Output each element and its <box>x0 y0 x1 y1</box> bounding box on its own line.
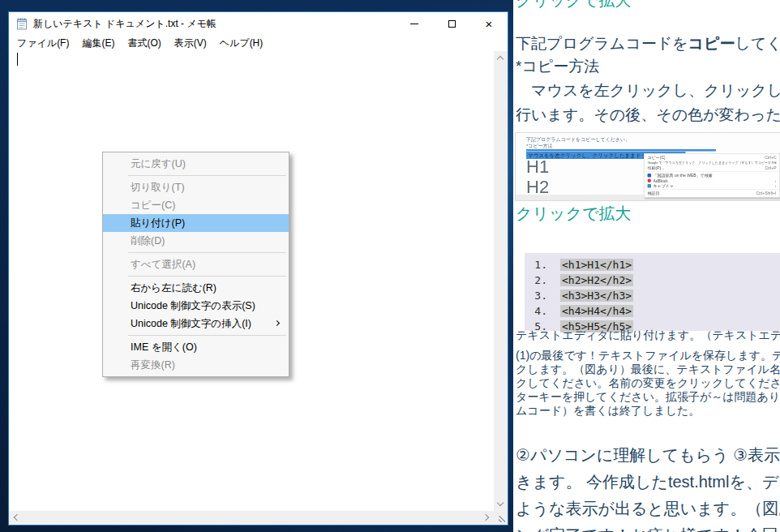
scroll-right-icon[interactable] <box>482 514 489 521</box>
zoom-link[interactable]: クリックで拡大 <box>516 203 631 225</box>
close-icon: × <box>486 18 493 30</box>
bold-copy-word: コピー <box>688 35 735 52</box>
code-line: 3.<h3>H3</h3> <box>529 288 780 303</box>
ctx-item-insert-unicode-controls[interactable]: Unicode 制御文字の挿入(I) <box>103 315 289 332</box>
ctx-separator <box>128 175 286 176</box>
adblock-icon <box>648 179 652 183</box>
minimize-button[interactable] <box>396 12 433 35</box>
minimize-icon <box>410 24 418 24</box>
screenshot-thumbnail[interactable]: 下記プログラムコードをコピーしてください。 *コピー方法 マウスをを左クリックし… <box>515 132 780 201</box>
thumb-menu-separator <box>645 172 780 173</box>
text-caret <box>17 53 18 66</box>
paragraph-test-html: ②パソコンに理解してもらう ③表示が出 きます。 今作成したtest.htmlを… <box>516 442 780 532</box>
browser-content-pane: クリックで拡大 下記プログラムコードをコピーしてくださ *コピー方法 マウスを左… <box>513 0 780 532</box>
ctx-separator <box>128 276 286 277</box>
capture-icon <box>648 184 652 188</box>
ctx-item-copy[interactable]: コピー(C) <box>103 196 289 214</box>
maximize-button[interactable] <box>433 12 470 35</box>
code-block[interactable]: 1.<h1>H1</h1> 2.<h2>H2</h2> 3.<h3>H3</h3… <box>525 253 780 331</box>
thumb-h1: H1 <box>526 157 549 177</box>
ctx-item-undo[interactable]: 元に戻す(U) <box>103 155 289 173</box>
menubar: ファイル(F) 編集(E) 書式(O) 表示(V) ヘルプ(H) <box>9 35 508 51</box>
paragraph-color-range: 行います。その後、その色が変わった範囲 <box>516 105 780 126</box>
scroll-left-icon[interactable] <box>14 514 20 521</box>
vertical-scrollbar[interactable] <box>494 51 508 511</box>
paragraph-copy-method: *コピー方法 <box>516 56 599 77</box>
notepad-icon <box>15 17 28 30</box>
notepad-window: 新しいテキスト ドキュメント.txt - メモ帳 × ファイル(F) 編集(E)… <box>8 11 508 526</box>
menu-file[interactable]: ファイル(F) <box>11 36 75 50</box>
scroll-down-icon[interactable] <box>497 500 504 506</box>
window-title: 新しいテキスト ドキュメント.txt - メモ帳 <box>33 17 216 31</box>
menu-format[interactable]: 書式(O) <box>121 36 167 50</box>
ctx-item-reconvert[interactable]: 再変換(R) <box>103 356 289 374</box>
paragraph-paste-editor: テキストエディタに貼り付けます。（テキストエデ <box>516 328 780 343</box>
menu-edit[interactable]: 編集(E) <box>75 36 121 50</box>
scroll-up-icon[interactable] <box>497 56 504 62</box>
grip-dots-icon <box>499 516 505 522</box>
close-button[interactable]: × <box>470 12 508 35</box>
maximize-icon <box>448 20 456 28</box>
ctx-item-show-unicode-controls[interactable]: Unicode 制御文字の表示(S) <box>103 297 289 315</box>
code-line: 1.<h1>H1</h1> <box>529 257 780 272</box>
ctx-separator <box>128 335 286 336</box>
menu-view[interactable]: 表示(V) <box>168 36 213 50</box>
ctx-item-rtl-reading[interactable]: 右から左に読む(R) <box>103 279 289 297</box>
menu-help[interactable]: ヘルプ(H) <box>213 36 270 50</box>
resize-grip[interactable] <box>494 511 508 525</box>
zoom-link-top-cut[interactable]: クリックで拡大 <box>516 0 631 11</box>
submenu-arrow-icon <box>274 320 280 326</box>
edit-context-menu: 元に戻す(U) 切り取り(T) コピー(C) 貼り付け(P) 削除(D) すべて… <box>102 152 289 377</box>
ctx-item-delete[interactable]: 削除(D) <box>103 232 289 250</box>
ctx-item-paste[interactable]: 貼り付け(P) <box>103 214 289 232</box>
paragraph-save-file: (1)の最後です！テキストファイルを保存します。テ クします。（図あり）最後に、… <box>516 349 780 418</box>
thumb-menu-capture: キャプチャ › <box>645 183 780 189</box>
thumb-menu-print: 印刷(P)... Ctrl+P <box>645 165 780 171</box>
paragraph-mouse-drag: マウスを左クリックし、クリックしたま <box>516 80 780 101</box>
titlebar[interactable]: 新しいテキスト ドキュメント.txt - メモ帳 × <box>9 12 508 35</box>
ctx-separator <box>128 252 286 253</box>
dictionary-icon <box>648 174 652 178</box>
thumb-menu-inspect: 検証(I) Ctrl+Shift+I <box>645 191 780 196</box>
horizontal-scrollbar[interactable] <box>9 511 494 525</box>
thumb-menu-separator <box>645 190 780 191</box>
thumb-context-menu: コピー(C) Ctrl+C Google で「マウスを左クリック、クリックしたま… <box>644 153 780 198</box>
code-line: 2.<h2>H2</h2> <box>529 272 780 288</box>
paragraph-copy-instruction: 下記プログラムコードをコピーしてくださ <box>516 33 780 54</box>
ctx-item-open-ime[interactable]: IME を開く(O) <box>103 338 289 356</box>
ctx-item-cut[interactable]: 切り取り(T) <box>103 178 289 196</box>
thumb-menu-google-search: Google で「マウスを左クリック、クリックしたままドラッグ（ずらす）でコピー… <box>645 161 780 166</box>
ctx-item-select-all[interactable]: すべて選択(A) <box>103 255 289 273</box>
code-line: 4.<h4>H4</h4> <box>529 303 780 319</box>
